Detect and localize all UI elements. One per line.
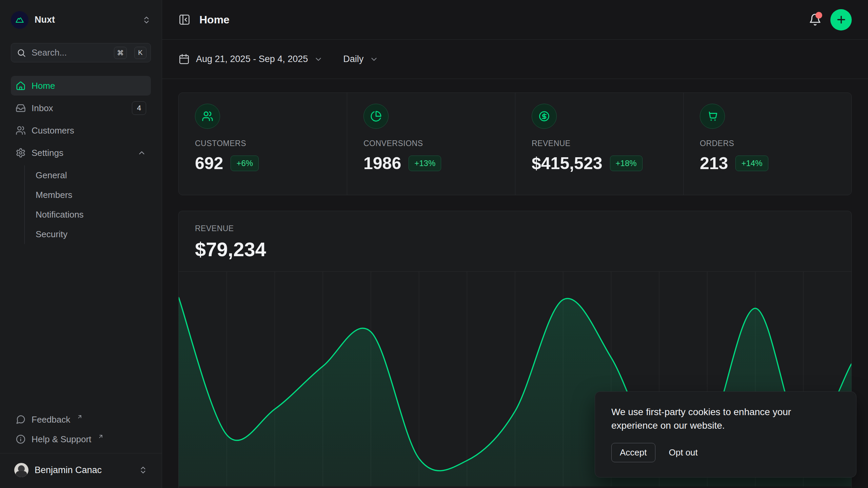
- page-header: Home: [162, 0, 868, 40]
- plus-icon: [835, 14, 847, 25]
- help-support-link[interactable]: Help & Support: [11, 429, 151, 449]
- stat-card-orders[interactable]: ORDERS 213 +14%: [683, 93, 851, 195]
- search-input[interactable]: Search... ⌘ K: [11, 43, 151, 62]
- external-link-icon: [98, 433, 104, 440]
- stat-value: 692: [195, 154, 223, 173]
- sidebar-item-label: Customers: [32, 125, 74, 136]
- search-placeholder: Search...: [32, 47, 106, 58]
- avatar: [14, 463, 28, 477]
- sidebar: Nuxt Search... ⌘ K Home Inbox 4: [0, 0, 162, 488]
- sidebar-item-members[interactable]: Members: [36, 185, 151, 205]
- info-circle-icon: [16, 434, 26, 444]
- sidebar-item-notifications[interactable]: Notifications: [36, 205, 151, 224]
- sidebar-footer: Feedback Help & Support Benjamin Canac: [11, 410, 151, 482]
- gear-icon: [16, 148, 26, 158]
- calendar-icon: [178, 54, 190, 65]
- workspace-switcher[interactable]: Nuxt: [11, 0, 151, 40]
- chevrons-up-down-icon: [139, 466, 147, 474]
- divider: [0, 453, 162, 453]
- shopping-cart-icon: [700, 104, 725, 129]
- sidebar-item-label: Home: [32, 81, 55, 91]
- period-value: Daily: [343, 54, 363, 64]
- filters-toolbar: Aug 21, 2025 - Sep 4, 2025 Daily: [162, 40, 868, 79]
- settings-sub-nav: General Members Notifications Security: [24, 165, 151, 244]
- notifications-button[interactable]: [809, 13, 822, 26]
- sidebar-item-label: Settings: [32, 148, 63, 158]
- stat-delta-badge: +13%: [409, 156, 441, 171]
- notification-dot: [815, 12, 822, 19]
- cookie-message: We use first-party cookies to enhance yo…: [611, 405, 835, 433]
- stat-delta-badge: +14%: [735, 156, 768, 171]
- sidebar-item-inbox[interactable]: Inbox 4: [11, 98, 151, 118]
- pie-chart-icon: [363, 104, 389, 129]
- stat-delta-badge: +18%: [610, 156, 643, 171]
- message-bubble-icon: [16, 414, 26, 425]
- period-select[interactable]: Daily: [343, 54, 378, 64]
- sidebar-item-customers[interactable]: Customers: [11, 121, 151, 140]
- chevrons-up-down-icon: [142, 16, 151, 24]
- collapse-sidebar-icon[interactable]: [178, 14, 191, 26]
- stat-value: 213: [700, 154, 728, 173]
- home-icon: [16, 81, 26, 91]
- dollar-circle-icon: [532, 104, 557, 129]
- add-button[interactable]: [830, 9, 852, 30]
- kbd-cmd: ⌘: [114, 47, 127, 59]
- sidebar-item-label: Inbox: [32, 103, 53, 114]
- stats-panel: CUSTOMERS 692 +6% CONVERSIONS 1986 +13%: [178, 93, 852, 195]
- search-icon: [17, 48, 26, 58]
- inbox-count-badge: 4: [132, 101, 146, 115]
- user-name: Benjamin Canac: [35, 465, 133, 475]
- chevron-up-icon: [137, 148, 146, 157]
- external-link-icon: [77, 414, 83, 420]
- sidebar-nav: Home Inbox 4 Customers Settings Ge: [11, 76, 151, 244]
- chevron-down-icon: [370, 55, 378, 64]
- users-icon: [195, 104, 220, 129]
- user-menu[interactable]: Benjamin Canac: [11, 458, 151, 482]
- sidebar-item-general[interactable]: General: [36, 165, 151, 185]
- cookie-accept-button[interactable]: Accept: [611, 443, 655, 462]
- stat-label: CONVERSIONS: [363, 139, 499, 148]
- stat-card-revenue[interactable]: REVENUE $415,523 +18%: [515, 93, 683, 195]
- stat-label: CUSTOMERS: [195, 139, 331, 148]
- stat-delta-badge: +6%: [231, 156, 259, 171]
- cookie-banner: We use first-party cookies to enhance yo…: [595, 391, 856, 477]
- stat-label: ORDERS: [700, 139, 835, 148]
- brand-name: Nuxt: [35, 15, 136, 25]
- feedback-label: Feedback: [32, 414, 70, 425]
- revenue-chart-value: $79,234: [195, 238, 835, 261]
- sidebar-item-home[interactable]: Home: [11, 76, 151, 96]
- stat-label: REVENUE: [532, 139, 667, 148]
- inbox-icon: [16, 103, 26, 113]
- feedback-link[interactable]: Feedback: [11, 410, 151, 429]
- stat-value: $415,523: [532, 154, 603, 173]
- users-icon: [16, 125, 26, 136]
- sidebar-item-security[interactable]: Security: [36, 224, 151, 244]
- help-support-label: Help & Support: [32, 434, 91, 445]
- stat-value: 1986: [363, 154, 401, 173]
- stat-card-conversions[interactable]: CONVERSIONS 1986 +13%: [347, 93, 515, 195]
- date-range-value: Aug 21, 2025 - Sep 4, 2025: [196, 54, 308, 64]
- date-range-picker[interactable]: Aug 21, 2025 - Sep 4, 2025: [178, 54, 323, 65]
- cookie-optout-button[interactable]: Opt out: [669, 447, 698, 458]
- kbd-k: K: [134, 47, 146, 59]
- chevron-down-icon: [314, 55, 323, 64]
- sidebar-item-settings[interactable]: Settings: [11, 143, 151, 163]
- revenue-chart-label: REVENUE: [195, 224, 835, 233]
- stat-card-customers[interactable]: CUSTOMERS 692 +6%: [179, 93, 347, 195]
- page-title: Home: [199, 14, 230, 26]
- nuxt-logo-icon: [11, 11, 28, 29]
